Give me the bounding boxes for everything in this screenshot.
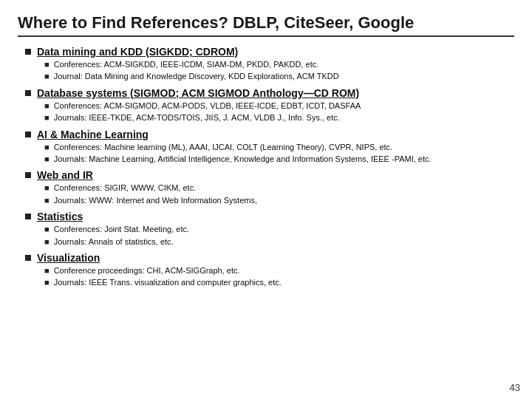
list-item: ■Conferences: ACM-SIGMOD, ACM-PODS, VLDB… (44, 100, 514, 112)
section-heading-visualization: Visualization (37, 252, 100, 264)
section-heading-database-systems: Database systems (SIGMOD; ACM SIGMOD Ant… (37, 87, 359, 99)
sub-item-text: Conferences: SIGIR, WWW, CIKM, etc. (54, 183, 197, 194)
section-data-mining: Data mining and KDD (SIGKDD; CDROM)■Conf… (25, 46, 514, 83)
sub-item-text: Journal: Data Mining and Knowledge Disco… (54, 71, 339, 82)
list-item: ■Conference proceedings: CHI, ACM-SIGGra… (44, 265, 514, 276)
section-statistics: Statistics■Conferences: Joint Stat. Meet… (25, 211, 514, 248)
sub-bullet-icon: ■ (44, 60, 50, 69)
sub-bullet-icon: ■ (44, 154, 50, 163)
sub-items-ai-machine-learning: ■Conferences: Machine learning (ML), AAA… (25, 142, 514, 166)
sub-bullet-icon: ■ (44, 196, 50, 205)
section-heading-statistics: Statistics (37, 211, 83, 222)
list-item: ■Conferences: ACM-SIGKDD, IEEE-ICDM, SIA… (44, 59, 514, 70)
section-heading-ai-machine-learning: AI & Machine Learning (37, 129, 149, 140)
section-heading-data-mining: Data mining and KDD (SIGKDD; CDROM) (37, 46, 238, 58)
bullet-icon (25, 172, 31, 178)
sub-item-text: Conference proceedings: CHI, ACM-SIGGrap… (54, 265, 240, 276)
list-item: ■Conferences: SIGIR, WWW, CIKM, etc. (44, 183, 514, 194)
sub-item-text: Conferences: ACM-SIGMOD, ACM-PODS, VLDB,… (54, 100, 361, 112)
sub-bullet-icon: ■ (44, 237, 50, 246)
list-item: ■Journals: IEEE Trans. visualization and… (44, 277, 514, 288)
sub-bullet-icon: ■ (44, 266, 50, 275)
sub-bullet-icon: ■ (44, 72, 50, 81)
sub-items-web-ir: ■Conferences: SIGIR, WWW, CIKM, etc.■Jou… (25, 183, 514, 206)
section-heading-web-ir: Web and IR (37, 169, 93, 181)
sub-bullet-icon: ■ (44, 143, 50, 151)
page-number: 43 (510, 382, 520, 393)
section-visualization: Visualization■Conference proceedings: CH… (25, 252, 514, 289)
list-item: ■Conferences: Machine learning (ML), AAA… (44, 142, 514, 153)
sub-items-statistics: ■Conferences: Joint Stat. Meeting, etc.■… (25, 224, 514, 248)
sub-bullet-icon: ■ (44, 278, 50, 287)
sub-item-text: Journals: IEEE-TKDE, ACM-TODS/TOIS, JIIS… (54, 112, 340, 123)
sub-bullet-icon: ■ (44, 183, 50, 192)
list-item: ■Conferences: Joint Stat. Meeting, etc. (44, 224, 514, 235)
bullet-icon (25, 214, 31, 219)
bullet-icon (25, 132, 31, 137)
slide: Where to Find References? DBLP, CiteSeer… (0, 0, 532, 399)
sub-bullet-icon: ■ (44, 113, 50, 122)
bullet-icon (25, 49, 31, 55)
bullet-icon (25, 90, 31, 96)
list-item: ■Journals: IEEE-TKDE, ACM-TODS/TOIS, JII… (44, 112, 514, 123)
sub-item-text: Journals: IEEE Trans. visualization and … (54, 277, 282, 288)
list-item: ■Journals: WWW: Internet and Web Informa… (44, 195, 514, 206)
sub-item-text: Journals: Annals of statistics, etc. (54, 236, 174, 248)
slide-title: Where to Find References? DBLP, CiteSeer… (18, 13, 514, 37)
content: Data mining and KDD (SIGKDD; CDROM)■Conf… (18, 46, 514, 289)
sub-bullet-icon: ■ (44, 101, 50, 110)
list-item: ■Journal: Data Mining and Knowledge Disc… (44, 71, 514, 82)
section-database-systems: Database systems (SIGMOD; ACM SIGMOD Ant… (25, 87, 514, 124)
sub-items-visualization: ■Conference proceedings: CHI, ACM-SIGGra… (25, 265, 514, 289)
sub-item-text: Conferences: Machine learning (ML), AAAI… (54, 142, 393, 153)
list-item: ■Journals: Annals of statistics, etc. (44, 236, 514, 248)
sub-item-text: Conferences: Joint Stat. Meeting, etc. (54, 224, 189, 235)
sub-bullet-icon: ■ (44, 225, 50, 233)
sub-item-text: Journals: WWW: Internet and Web Informat… (54, 195, 257, 206)
sub-items-database-systems: ■Conferences: ACM-SIGMOD, ACM-PODS, VLDB… (25, 100, 514, 124)
sub-item-text: Conferences: ACM-SIGKDD, IEEE-ICDM, SIAM… (54, 59, 319, 70)
list-item: ■Journals: Machine Learning, Artificial … (44, 154, 514, 165)
sub-item-text: Journals: Machine Learning, Artificial I… (54, 154, 432, 165)
sub-items-data-mining: ■Conferences: ACM-SIGKDD, IEEE-ICDM, SIA… (25, 59, 514, 83)
section-web-ir: Web and IR■Conferences: SIGIR, WWW, CIKM… (25, 169, 514, 206)
bullet-icon (25, 255, 31, 261)
section-ai-machine-learning: AI & Machine Learning■Conferences: Machi… (25, 129, 514, 166)
